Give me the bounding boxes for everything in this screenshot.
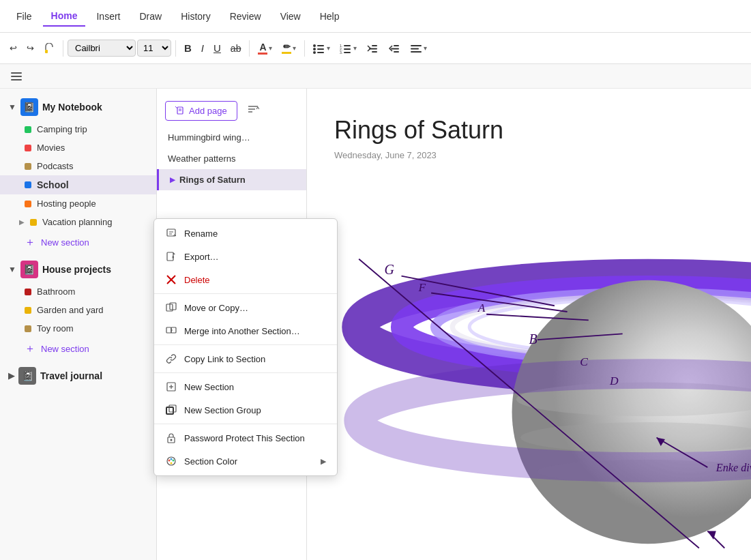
section-color-camping bbox=[25, 126, 31, 133]
sidebar-item-garden[interactable]: Garden and yard bbox=[0, 301, 156, 319]
context-menu-password[interactable]: Password Protect This Section bbox=[154, 426, 337, 450]
sidebar-item-camping[interactable]: Camping trip bbox=[0, 120, 156, 138]
context-menu-section-color[interactable]: Section Color ▶ bbox=[154, 450, 337, 473]
svg-point-76 bbox=[168, 460, 171, 462]
section-color-vacation bbox=[30, 219, 37, 226]
svg-point-5 bbox=[313, 51, 316, 54]
svg-rect-4 bbox=[317, 48, 324, 50]
context-menu-merge[interactable]: Merge into Another Section… bbox=[154, 319, 337, 342]
sidebar-item-vacation[interactable]: ▶ Vacation planning bbox=[0, 213, 156, 231]
svg-rect-0 bbox=[45, 50, 48, 53]
sidebar-item-bathroom[interactable]: Bathroom bbox=[0, 282, 156, 301]
svg-rect-12 bbox=[344, 52, 351, 53]
menu-file[interactable]: File bbox=[8, 7, 40, 26]
sort-button[interactable] bbox=[243, 100, 263, 121]
svg-text:G: G bbox=[385, 262, 394, 277]
page-item-hummingbird[interactable]: Hummingbird wing… bbox=[157, 127, 306, 148]
context-menu-new-section-group[interactable]: New Section Group bbox=[154, 398, 337, 422]
numbering-button[interactable]: 1.2.3. ▾ bbox=[336, 40, 361, 57]
ctx-separator-1 bbox=[154, 293, 337, 294]
menu-view[interactable]: View bbox=[272, 7, 309, 26]
font-size-select[interactable]: 11 bbox=[137, 40, 171, 57]
menu-help[interactable]: Help bbox=[312, 7, 348, 26]
notebook-header-travel-journal[interactable]: ▶ 📓 Travel journal bbox=[0, 363, 156, 389]
underline-button[interactable]: U bbox=[209, 40, 225, 57]
context-menu: Rename Export… Delete Move or Copy… Merg… bbox=[153, 218, 338, 476]
strikethrough-button[interactable]: ab bbox=[226, 40, 246, 57]
font-color-button[interactable]: A ▾ bbox=[254, 40, 276, 57]
svg-text:C: C bbox=[580, 355, 588, 368]
notebook-title-travel-journal: Travel journal bbox=[40, 370, 102, 381]
svg-rect-10 bbox=[344, 48, 351, 50]
sort-icon bbox=[247, 104, 259, 115]
highlight-button[interactable]: ✏ ▾ bbox=[278, 40, 300, 57]
svg-text:3.: 3. bbox=[340, 50, 342, 54]
context-menu-delete[interactable]: Delete bbox=[154, 268, 337, 291]
svg-rect-21 bbox=[411, 51, 422, 53]
menu-home[interactable]: Home bbox=[43, 6, 86, 27]
sidebar-item-hosting[interactable]: Hosting people bbox=[0, 194, 156, 213]
menu-review[interactable]: Review bbox=[222, 7, 269, 26]
sidebar-item-school[interactable]: School bbox=[0, 175, 156, 194]
undo-button[interactable]: ↩ bbox=[5, 40, 21, 56]
context-menu-copy-link[interactable]: Copy Link to Section bbox=[154, 347, 337, 370]
sidebar-item-movies[interactable]: Movies bbox=[0, 138, 156, 157]
svg-text:F: F bbox=[417, 280, 426, 294]
context-menu-new-section[interactable]: New Section bbox=[154, 375, 337, 398]
align-button[interactable]: ▾ bbox=[406, 40, 431, 57]
svg-rect-18 bbox=[394, 51, 399, 53]
saturn-rings-svg: G F A B C D Enke division bbox=[307, 174, 751, 557]
decrease-indent-button[interactable] bbox=[362, 40, 383, 57]
svg-rect-71 bbox=[166, 407, 173, 414]
italic-button[interactable]: I bbox=[197, 40, 208, 57]
menu-history[interactable]: History bbox=[173, 7, 219, 26]
menu-insert[interactable]: Insert bbox=[88, 7, 128, 26]
page-item-rings-of-saturn[interactable]: ▶ Rings of Saturn bbox=[157, 169, 306, 190]
new-section-my-notebook[interactable]: ＋ New section bbox=[0, 231, 156, 254]
new-section-house-projects[interactable]: ＋ New section bbox=[0, 338, 156, 360]
format-painter-button[interactable] bbox=[40, 40, 59, 57]
context-menu-export[interactable]: Export… bbox=[154, 245, 337, 268]
svg-point-77 bbox=[171, 458, 173, 460]
separator-1 bbox=[63, 40, 63, 57]
page-item-weather[interactable]: Weather patterns bbox=[157, 148, 306, 169]
move-icon bbox=[165, 301, 177, 314]
context-menu-move-copy[interactable]: Move or Copy… bbox=[154, 296, 337, 319]
chevron-right-icon-2: ▶ bbox=[8, 371, 14, 381]
svg-point-3 bbox=[313, 48, 316, 50]
ctx-separator-3 bbox=[154, 372, 337, 373]
plus-icon-2: ＋ bbox=[25, 342, 35, 356]
context-menu-rename[interactable]: Rename bbox=[154, 222, 337, 245]
notebook-header-house-projects[interactable]: ▼ 📓 House projects bbox=[0, 256, 156, 282]
delete-icon bbox=[165, 274, 177, 286]
submenu-arrow-icon: ▶ bbox=[321, 457, 326, 466]
increase-indent-button[interactable] bbox=[384, 40, 404, 57]
add-page-button[interactable]: Add page bbox=[165, 101, 237, 121]
section-color-icon bbox=[165, 455, 177, 467]
hamburger-bar bbox=[0, 64, 751, 89]
svg-text:Enke division: Enke division bbox=[716, 462, 751, 474]
section-color-movies bbox=[25, 145, 31, 151]
redo-button[interactable]: ↪ bbox=[23, 40, 38, 56]
notebook-title-my-notebook: My Notebook bbox=[42, 102, 102, 113]
sidebar-item-toyroom[interactable]: Toy room bbox=[0, 319, 156, 338]
svg-rect-20 bbox=[411, 48, 419, 49]
svg-text:D: D bbox=[609, 374, 619, 387]
note-title: Rings of Saturn bbox=[307, 89, 751, 150]
note-image: G F A B C D Enke division bbox=[307, 174, 751, 557]
chevron-right-icon: ▶ bbox=[19, 218, 25, 226]
svg-rect-2 bbox=[317, 45, 324, 46]
menu-draw[interactable]: Draw bbox=[131, 7, 170, 26]
section-color-hosting bbox=[25, 201, 31, 207]
hamburger-icon[interactable] bbox=[8, 70, 25, 83]
bold-button[interactable]: B bbox=[180, 40, 196, 57]
svg-rect-16 bbox=[394, 45, 399, 46]
sidebar-item-podcasts[interactable]: Podcasts bbox=[0, 157, 156, 175]
svg-rect-19 bbox=[411, 45, 422, 46]
svg-rect-8 bbox=[344, 45, 351, 46]
notebook-header-my-notebook[interactable]: ▼ 📓 My Notebook bbox=[0, 94, 156, 120]
svg-rect-13 bbox=[372, 45, 377, 46]
bullets-button[interactable]: ▾ bbox=[309, 40, 334, 57]
font-family-select[interactable]: Cailbri bbox=[68, 40, 136, 57]
chevron-right-icon-3: ▶ bbox=[170, 176, 175, 183]
